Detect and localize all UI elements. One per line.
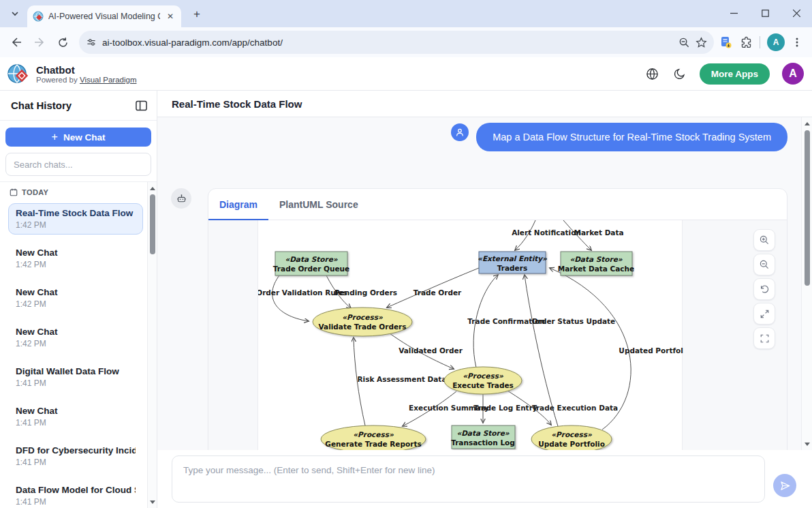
svg-text:Generate Trade Reports: Generate Trade Reports <box>325 440 421 448</box>
browser-tab[interactable]: AI-Powered Visual Modeling Ch ✕ <box>27 5 181 27</box>
chat-list-item[interactable]: New Chat 1:42 PM <box>8 322 143 353</box>
address-bar[interactable]: ai-toolbox.visual-paradigm.com/app/chatb… <box>79 31 714 54</box>
browser-profile-avatar[interactable]: A <box>767 33 785 51</box>
forward-button[interactable] <box>29 31 50 53</box>
sidebar-scrollbar[interactable] <box>147 182 157 508</box>
back-button[interactable] <box>5 31 27 53</box>
svg-text:«Data Store»: «Data Store» <box>456 429 509 437</box>
expand-button[interactable] <box>753 303 775 325</box>
new-chat-button[interactable]: +New Chat <box>5 128 151 147</box>
person-icon <box>454 127 465 138</box>
flow-label: Trade Execution Data <box>532 404 618 412</box>
robot-icon <box>176 193 187 205</box>
user-avatar-badge[interactable]: A <box>782 63 804 85</box>
zoom-out-icon <box>759 259 770 270</box>
svg-text:Transaction Log: Transaction Log <box>451 438 515 447</box>
tab-plantuml-source[interactable]: PlantUML Source <box>268 191 369 220</box>
svg-text:«Process»: «Process» <box>353 430 394 438</box>
chat-list-item[interactable]: DFD for Cybersecurity Incide... 1:41 PM <box>8 440 143 472</box>
chat-list-item[interactable]: Digital Wallet Data Flow 1:41 PM <box>8 361 143 393</box>
message-input-area <box>157 450 812 508</box>
app-title: Chatbot <box>36 64 136 76</box>
chat-list-item[interactable]: New Chat 1:42 PM <box>8 243 143 274</box>
browser-titlebar: AI-Powered Visual Modeling Ch ✕ + <box>0 0 812 27</box>
chat-scrollbar[interactable] <box>801 117 812 450</box>
back-icon <box>10 36 22 48</box>
send-icon <box>779 480 791 492</box>
user-message-row: Map a Data Flow Structure for Real-Time … <box>171 123 787 151</box>
send-button[interactable] <box>773 474 796 497</box>
reload-button[interactable] <box>52 31 74 53</box>
url-text[interactable]: ai-toolbox.visual-paradigm.com/app/chatb… <box>102 38 673 48</box>
diagram-canvas[interactable]: Alert Notification Market Data Order Val… <box>257 220 683 450</box>
collapse-panel-icon[interactable] <box>136 100 147 111</box>
tab-search-button[interactable] <box>5 5 25 22</box>
chat-list-item[interactable]: New Chat 1:42 PM <box>8 282 143 314</box>
svg-text:«External Entity»: «External Entity» <box>478 254 547 263</box>
chat-history-sidebar: Chat History +New Chat TODAY Real-Time S… <box>0 91 157 508</box>
expand-icon <box>760 309 770 319</box>
scroll-up-arrow[interactable] <box>148 183 157 193</box>
reload-icon <box>57 37 69 48</box>
diagram-viewport[interactable]: Alert Notification Market Data Order Val… <box>208 220 787 450</box>
sidebar-title: Chat History <box>11 100 72 111</box>
svg-text:Validate Trade Orders: Validate Trade Orders <box>319 323 407 331</box>
site-settings-icon[interactable] <box>86 37 97 48</box>
message-input[interactable] <box>172 455 765 503</box>
diagram-controls <box>753 229 775 349</box>
scrollbar-thumb[interactable] <box>150 194 155 254</box>
zoom-out-button[interactable] <box>753 254 775 275</box>
svg-text:«Process»: «Process» <box>463 372 503 380</box>
reset-rotate-icon <box>759 284 770 295</box>
node-validate-trade-orders[interactable] <box>313 308 412 336</box>
assistant-row: Diagram PlantUML Source <box>171 188 787 450</box>
visual-paradigm-link[interactable]: Visual Paradigm <box>80 76 137 84</box>
scroll-up-arrow[interactable] <box>802 119 812 128</box>
window-maximize-button[interactable] <box>749 0 781 26</box>
svg-text:Market Data Cache: Market Data Cache <box>558 265 634 273</box>
flow-trade-order <box>387 268 479 308</box>
flow-label: Order Status Update <box>532 317 615 325</box>
chat-list: TODAY Real-Time Stock Data Flow 1:42 PM … <box>0 182 157 508</box>
fullscreen-button[interactable] <box>753 327 775 349</box>
page-title: Real-Time Stock Data Flow <box>157 91 812 117</box>
scrollbar-thumb[interactable] <box>805 130 810 286</box>
more-apps-button[interactable]: More Apps <box>700 63 770 85</box>
browser-menu-icon[interactable] <box>792 37 802 48</box>
browser-toolbar: ai-toolbox.visual-paradigm.com/app/chatb… <box>0 27 812 57</box>
chat-list-item[interactable]: Data Flow Model for Cloud S... 1:41 PM <box>8 480 143 508</box>
tab-diagram[interactable]: Diagram <box>208 191 268 220</box>
zoom-in-button[interactable] <box>753 229 775 251</box>
svg-text:Traders: Traders <box>497 264 527 272</box>
chat-area: Map a Data Flow Structure for Real-Time … <box>157 117 812 450</box>
flow-label: Pending Orders <box>334 288 397 297</box>
visual-paradigm-logo <box>5 61 31 87</box>
bot-avatar <box>171 188 191 209</box>
chat-list-item[interactable]: Real-Time Stock Data Flow 1:42 PM <box>8 203 143 235</box>
powered-by: Powered by Visual Paradigm <box>36 76 136 84</box>
window-close-button[interactable] <box>781 0 812 26</box>
svg-text:Trade Order Queue: Trade Order Queue <box>273 265 349 273</box>
language-globe-icon[interactable] <box>645 66 660 81</box>
forward-icon <box>33 36 46 48</box>
node-execute-trades[interactable] <box>444 367 522 394</box>
tab-close-icon[interactable]: ✕ <box>165 11 176 22</box>
bookmark-star-icon[interactable] <box>696 37 707 48</box>
reset-view-button[interactable] <box>753 278 775 300</box>
window-minimize-button[interactable] <box>718 0 749 26</box>
user-chat-avatar <box>451 123 469 141</box>
dark-mode-moon-icon[interactable] <box>672 66 687 81</box>
brand: Chatbot Powered by Visual Paradigm <box>5 61 136 87</box>
scroll-down-arrow[interactable] <box>148 497 157 507</box>
svg-text:«Data Store»: «Data Store» <box>285 255 337 263</box>
extension-doc-icon[interactable] <box>719 35 733 49</box>
flow-label: Updated Portfolio <box>619 346 683 355</box>
new-tab-button[interactable]: + <box>188 5 206 23</box>
scroll-down-arrow[interactable] <box>802 439 812 449</box>
extensions-puzzle-icon[interactable] <box>740 36 753 49</box>
chat-list-item[interactable]: New Chat 1:41 PM <box>8 401 143 432</box>
search-chats-input[interactable] <box>5 153 151 176</box>
zoom-indicator-icon[interactable] <box>678 37 690 48</box>
section-today: TODAY <box>10 188 143 196</box>
svg-text:«Process»: «Process» <box>342 313 383 321</box>
